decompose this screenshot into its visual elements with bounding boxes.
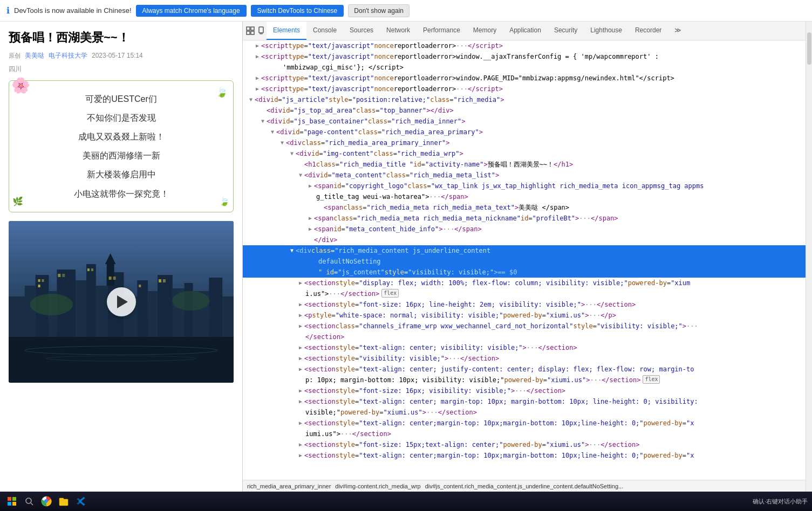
start-button[interactable] <box>4 494 19 509</box>
html-line[interactable]: <section style="font-size: 16px; visibil… <box>243 385 806 396</box>
html-line[interactable]: i.us"> ··· </section>flex <box>243 288 806 299</box>
svg-rect-23 <box>42 279 44 282</box>
expand-arrow[interactable] <box>254 52 261 61</box>
html-line[interactable]: <script type="text/javascript" nonce rep… <box>243 51 806 62</box>
expand-arrow[interactable] <box>297 300 304 309</box>
expand-arrow[interactable] <box>247 95 255 105</box>
expand-arrow[interactable] <box>297 170 304 180</box>
chrome-taskbar[interactable] <box>39 494 54 509</box>
html-line[interactable]: <div id="js_base_container" class="rich_… <box>243 116 806 127</box>
html-line[interactable]: p: 10px; margin-bottom: 10px; visibility… <box>243 375 806 385</box>
html-line[interactable]: <p style="white-space: normal; visibilit… <box>243 310 806 321</box>
html-line[interactable]: <section style="text-align: center;margi… <box>243 450 806 461</box>
html-line[interactable]: <section style="visibility: visible;"> ·… <box>243 353 806 364</box>
html-line[interactable]: <script type="text/javascript" nonce rep… <box>243 40 806 51</box>
html-line[interactable]: <section style="text-align: center; just… <box>243 364 806 375</box>
breadcrumb-item-1[interactable]: rich_media_area_primary_inner <box>247 483 331 489</box>
expand-arrow[interactable] <box>254 73 261 83</box>
html-line[interactable]: <section style="font-size: 16px; line-he… <box>243 299 806 310</box>
html-line-selected-cont[interactable]: defaultNoSetting <box>243 256 806 267</box>
always-match-button[interactable]: Always match Chrome's language <box>136 5 247 17</box>
html-line[interactable]: 'mmbizwap_cgi_misc'}; </script> <box>243 62 806 73</box>
html-line[interactable]: visible;" powered-by="xiumi.us"> ··· </s… <box>243 407 806 418</box>
expand-arrow[interactable] <box>288 246 296 256</box>
html-line[interactable]: <div id="js_article" style="position:rel… <box>243 94 806 105</box>
scrollbar[interactable] <box>806 22 812 492</box>
tab-memory[interactable]: Memory <box>467 22 503 40</box>
html-line[interactable]: iumi.us"> ··· </section> <box>243 429 806 439</box>
html-line[interactable]: </section> <box>243 332 806 342</box>
html-line-selected[interactable]: <div class="rich_media_content js_underl… <box>243 245 806 256</box>
vscode-taskbar[interactable] <box>73 494 88 509</box>
html-line[interactable]: <div id="img-content" class="rich_media_… <box>243 148 806 159</box>
expand-arrow[interactable] <box>254 41 261 51</box>
expand-arrow[interactable] <box>297 418 304 428</box>
html-line[interactable]: </div> <box>243 234 806 245</box>
expand-arrow[interactable] <box>269 127 276 137</box>
elements-panel[interactable]: <script type="text/javascript" nonce rep… <box>243 40 806 480</box>
dont-show-button[interactable]: Don't show again <box>348 4 410 17</box>
expand-arrow[interactable] <box>288 149 296 158</box>
tab-lighthouse[interactable]: Lighthouse <box>584 22 629 40</box>
play-button[interactable] <box>107 287 136 316</box>
tab-more[interactable]: ≫ <box>668 22 688 40</box>
expand-arrow[interactable] <box>297 278 304 288</box>
tab-console[interactable]: Console <box>306 22 343 40</box>
expand-arrow[interactable] <box>297 440 304 450</box>
html-line[interactable]: <h1 class="rich_media_title " id="activi… <box>243 159 806 170</box>
tab-recorder[interactable]: Recorder <box>629 22 668 40</box>
tab-network[interactable]: Network <box>380 22 417 40</box>
html-line[interactable]: <div id="page-content" class="rich_media… <box>243 127 806 137</box>
expand-arrow[interactable] <box>297 397 304 406</box>
html-line[interactable]: g_title_tag weui-wa-hotarea"> ··· </span… <box>243 191 806 202</box>
html-line[interactable]: <div class="rich_media_area_primary_inne… <box>243 137 806 148</box>
file-explorer-taskbar[interactable] <box>56 494 71 509</box>
expand-arrow[interactable] <box>306 181 314 191</box>
expand-arrow[interactable] <box>297 451 304 460</box>
tab-application[interactable]: Application <box>503 22 548 40</box>
html-line[interactable]: <span id="copyright_logo" class="wx_tap_… <box>243 181 806 191</box>
video-thumbnail[interactable] <box>9 221 234 383</box>
html-line[interactable]: <section style="text-align: center;margi… <box>243 418 806 429</box>
expand-arrow[interactable] <box>259 116 267 126</box>
breadcrumb-item-2[interactable]: div#img-content.rich_media_wrp <box>335 483 420 489</box>
html-line[interactable]: <div id="meta_content" class="rich_media… <box>243 170 806 181</box>
search-taskbar[interactable] <box>22 494 37 509</box>
expand-arrow[interactable] <box>297 321 304 331</box>
expand-arrow[interactable] <box>297 364 304 374</box>
affiliation[interactable]: 电子科技大学 <box>49 51 87 60</box>
html-line[interactable]: <section style="display: flex; width: 10… <box>243 278 806 288</box>
poem-line: 小电这就带你一探究竟！ <box>20 184 222 203</box>
tab-sources[interactable]: Sources <box>343 22 380 40</box>
html-line[interactable]: <span id="meta_content_hide_info"> ··· <… <box>243 224 806 234</box>
expand-arrow[interactable] <box>297 343 304 353</box>
html-line[interactable]: <section class="channels_iframe_wrp wxw_… <box>243 321 806 332</box>
html-line[interactable]: <span class="rich_media_meta rich_media_… <box>243 213 806 224</box>
html-line[interactable]: <script type="text/javascript" nonce rep… <box>243 84 806 94</box>
author-name[interactable]: 美美哒 <box>25 51 44 60</box>
tab-elements[interactable]: Elements <box>267 22 306 40</box>
inspect-icon[interactable] <box>245 25 256 36</box>
scrollbar-thumb[interactable] <box>807 32 811 65</box>
device-toolbar-icon[interactable] <box>256 25 267 36</box>
switch-chinese-button[interactable]: Switch DevTools to Chinese <box>251 5 344 17</box>
taskbar-right-text: 确认·右键对话小助手 <box>753 498 808 506</box>
tab-performance[interactable]: Performance <box>417 22 467 40</box>
html-line[interactable]: <section style="text-align: center; marg… <box>243 396 806 407</box>
expand-arrow[interactable] <box>297 386 304 396</box>
html-line[interactable]: <section style="text-align: center; visi… <box>243 342 806 353</box>
html-line[interactable]: <section style="font-size: 15px;text-ali… <box>243 439 806 450</box>
html-line[interactable]: <span class="rich_media_meta rich_media_… <box>243 202 806 213</box>
tab-security[interactable]: Security <box>548 22 584 40</box>
html-line-selected-cont2[interactable]: " id="js_content" style="visibility: vis… <box>243 267 806 278</box>
expand-arrow[interactable] <box>297 310 304 320</box>
html-line[interactable]: <div id="js_top_ad_area" class="top_bann… <box>243 105 806 116</box>
breadcrumb-item-3[interactable]: div#js_content.rich_media_content.js_und… <box>425 483 624 489</box>
expand-arrow[interactable] <box>306 224 314 234</box>
expand-arrow[interactable] <box>254 84 261 94</box>
poem-content: 可爱的UESTCer们不知你们是否发现成电又双叒叕上新啦！美丽的西湖修缮一新新大… <box>20 89 222 203</box>
expand-arrow[interactable] <box>278 138 286 148</box>
expand-arrow[interactable] <box>306 213 314 223</box>
expand-arrow[interactable] <box>297 354 304 363</box>
html-line[interactable]: <script type="text/javascript" nonce rep… <box>243 73 806 84</box>
